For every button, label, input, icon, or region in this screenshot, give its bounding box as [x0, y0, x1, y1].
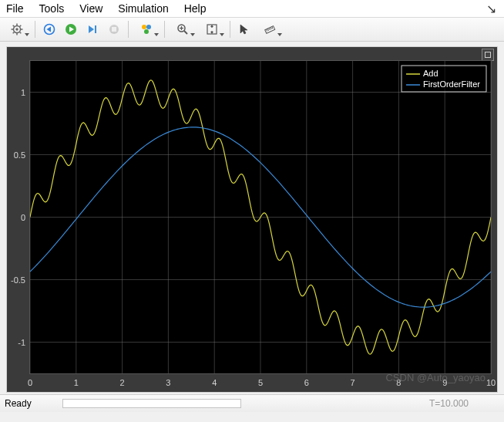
- menu-bar: File Tools View Simulation Help ↘: [0, 0, 504, 18]
- svg-text:0: 0: [28, 378, 32, 387]
- svg-text:6: 6: [304, 378, 309, 387]
- toolbar: [0, 18, 504, 42]
- back-icon: [43, 23, 55, 35]
- step-icon: [86, 23, 99, 35]
- svg-text:4: 4: [212, 378, 217, 387]
- zoom-in-icon: [176, 23, 189, 35]
- measure-button[interactable]: [256, 19, 284, 39]
- zoom-button[interactable]: [169, 19, 197, 39]
- highlight-icon: [140, 23, 153, 35]
- gear-icon: [11, 23, 23, 35]
- svg-rect-17: [112, 27, 116, 32]
- svg-text:0.5: 0.5: [14, 150, 25, 160]
- plot-area[interactable]: AddFirstOrderFilter: [30, 61, 491, 373]
- expand-icon[interactable]: [482, 49, 494, 61]
- svg-line-9: [20, 25, 22, 27]
- step-button[interactable]: [82, 19, 102, 39]
- menu-file[interactable]: File: [3, 1, 27, 16]
- svg-text:2: 2: [120, 378, 125, 387]
- plot-svg: AddFirstOrderFilter: [30, 61, 491, 373]
- svg-marker-14: [89, 25, 94, 33]
- svg-text:10: 10: [486, 378, 496, 387]
- svg-text:9: 9: [442, 378, 447, 387]
- cursor-button[interactable]: [234, 19, 254, 39]
- svg-line-7: [20, 32, 22, 34]
- svg-text:1: 1: [21, 88, 25, 97]
- cursor-icon: [238, 23, 250, 35]
- svg-text:3: 3: [166, 378, 170, 387]
- svg-marker-11: [47, 27, 52, 32]
- scope-panel: AddFirstOrderFilter 012345678910-1-0.500…: [0, 42, 504, 394]
- progress-bar: [62, 399, 241, 408]
- menu-view[interactable]: View: [76, 1, 106, 16]
- menu-help[interactable]: Help: [181, 1, 210, 16]
- sim-time-label: T=10.000: [429, 398, 499, 409]
- run-icon: [65, 23, 77, 35]
- svg-text:FirstOrderFilter: FirstOrderFilter: [423, 79, 480, 89]
- svg-point-19: [146, 25, 151, 29]
- status-ready: Ready: [5, 398, 32, 409]
- svg-text:8: 8: [396, 378, 401, 387]
- svg-text:1: 1: [74, 378, 79, 387]
- scope-inner: AddFirstOrderFilter 012345678910-1-0.500…: [6, 46, 498, 393]
- svg-text:-1: -1: [18, 338, 25, 347]
- run-button[interactable]: [61, 19, 81, 39]
- dock-icon[interactable]: ↘: [486, 2, 501, 16]
- back-button[interactable]: [39, 19, 59, 39]
- svg-text:Add: Add: [423, 69, 438, 78]
- svg-line-6: [13, 25, 15, 27]
- svg-point-1: [15, 28, 18, 30]
- svg-text:7: 7: [351, 378, 355, 387]
- svg-line-8: [13, 32, 15, 34]
- settings-button[interactable]: [3, 19, 31, 39]
- autoscale-button[interactable]: [198, 19, 226, 39]
- highlight-button[interactable]: [133, 19, 160, 39]
- stop-button[interactable]: [104, 19, 124, 39]
- svg-text:0: 0: [21, 213, 25, 222]
- menu-tools[interactable]: Tools: [36, 1, 68, 16]
- svg-rect-15: [95, 25, 96, 33]
- svg-text:-0.5: -0.5: [11, 275, 25, 285]
- svg-line-22: [184, 31, 187, 34]
- svg-point-20: [144, 29, 149, 34]
- svg-point-18: [142, 25, 146, 29]
- status-bar: Ready T=10.000: [0, 394, 504, 412]
- svg-text:5: 5: [258, 378, 263, 387]
- stop-icon: [108, 23, 120, 35]
- measure-icon: [264, 23, 276, 35]
- menu-simulation[interactable]: Simulation: [115, 1, 171, 16]
- autoscale-icon: [206, 23, 218, 35]
